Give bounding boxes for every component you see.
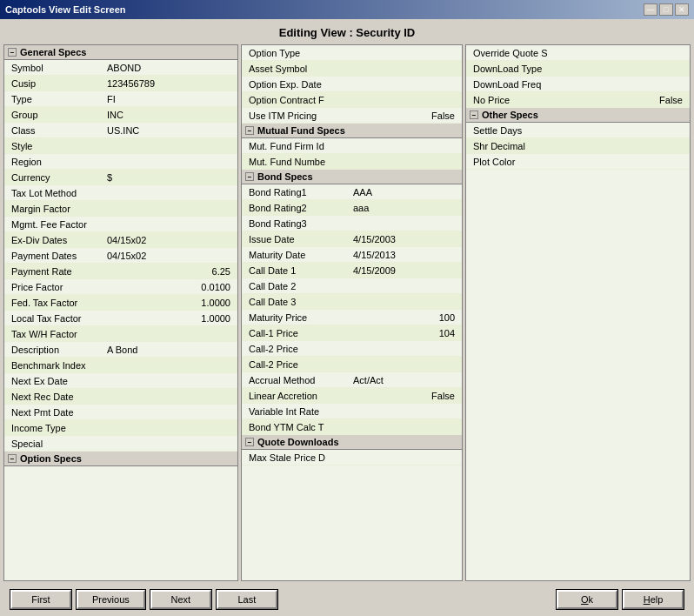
other-specs-header[interactable]: − Other Specs: [466, 108, 690, 123]
field-label: Tax W/H Factor: [11, 329, 107, 339]
field-value: False: [353, 110, 458, 121]
table-row: Local Tax Factor1.0000: [4, 311, 237, 326]
close-button[interactable]: ✕: [675, 3, 689, 16]
middle-panel: Option TypeAsset SymbolOption Exp. DateO…: [241, 44, 463, 581]
collapse-option-specs[interactable]: −: [8, 454, 17, 463]
field-label: Maturity Price: [249, 312, 353, 323]
field-value: $: [107, 172, 234, 183]
minimize-button[interactable]: —: [644, 3, 657, 16]
field-label: Payment Rate: [11, 266, 107, 277]
field-label: Type: [11, 94, 107, 104]
collapse-other-specs[interactable]: −: [470, 110, 478, 119]
window-controls[interactable]: — □ ✕: [644, 3, 689, 16]
option-specs-header[interactable]: − Option Specs: [4, 452, 237, 466]
field-label: Shr Decimal: [473, 141, 577, 151]
last-button[interactable]: Last: [217, 590, 277, 609]
table-row: Fed. Tax Factor1.0000: [4, 295, 237, 311]
field-label: Local Tax Factor: [11, 313, 107, 324]
option-specs-label: Option Specs: [20, 453, 82, 464]
table-row: Ex-Div Dates04/15x02: [4, 232, 237, 248]
field-label: Income Type: [11, 423, 107, 433]
field-label: Price Factor: [11, 282, 107, 292]
field-label: DownLoad Freq: [473, 79, 577, 90]
field-value: ABOND: [107, 63, 234, 73]
table-row: DownLoad Type: [466, 61, 690, 77]
table-row: Use ITM PricingFalse: [242, 108, 462, 124]
table-row: Currency$: [4, 170, 237, 185]
window-body: Editing View : Security ID − General Spe…: [0, 19, 694, 616]
field-label: Benchmark Index: [11, 360, 107, 371]
field-label: Region: [11, 157, 107, 167]
field-label: Mgmt. Fee Factor: [11, 219, 107, 230]
edit-title: Editing View : Security ID: [3, 23, 691, 44]
ok-button[interactable]: Ok: [557, 590, 617, 609]
field-label: Option Type: [249, 48, 353, 58]
table-row: Bond Rating1AAA: [242, 184, 462, 200]
next-button[interactable]: Next: [150, 590, 211, 609]
table-row: Option Exp. Date: [242, 77, 462, 92]
bond-specs-header[interactable]: − Bond Specs: [242, 170, 462, 184]
field-value: A Bond: [107, 345, 234, 355]
ok-label: k: [589, 594, 594, 605]
field-label: No Price: [473, 95, 577, 105]
field-label: Mut. Fund Numbe: [249, 157, 353, 167]
field-label: Next Pmt Date: [11, 407, 107, 418]
collapse-general-specs[interactable]: −: [8, 48, 17, 57]
table-row: Bond YTM Calc T: [242, 419, 462, 435]
field-value: 4/15/2003: [353, 234, 458, 244]
table-row: Next Pmt Date: [4, 405, 237, 420]
field-label: Call Date 1: [249, 265, 353, 276]
window-title: Captools View Edit Screen: [5, 4, 126, 15]
help-button[interactable]: Help: [623, 590, 684, 609]
table-row: Plot Color: [466, 154, 690, 170]
bond-fields: Bond Rating1AAABond Rating2aaaBond Ratin…: [242, 184, 462, 435]
collapse-bond-specs[interactable]: −: [245, 172, 254, 181]
field-value: 100: [353, 312, 458, 323]
right-top-fields: Override Quote SDownLoad TypeDownLoad Fr…: [466, 45, 690, 108]
collapse-quote-downloads[interactable]: −: [245, 438, 254, 446]
field-label: Margin Factor: [11, 204, 107, 214]
field-value: 123456789: [107, 78, 234, 89]
table-row: Mut. Fund Firm Id: [242, 138, 462, 154]
field-label: Variable Int Rate: [249, 406, 353, 417]
first-button[interactable]: First: [10, 590, 71, 609]
previous-button[interactable]: Previous: [77, 590, 145, 609]
field-label: DownLoad Type: [473, 64, 577, 74]
field-label: Call-2 Price: [249, 344, 353, 354]
other-specs-label: Other Specs: [482, 110, 538, 120]
field-value: 4/15/2013: [353, 250, 458, 260]
field-label: Ex-Div Dates: [11, 235, 107, 245]
table-row: Call-1 Price104: [242, 325, 462, 341]
field-label: Max Stale Price D: [249, 452, 353, 463]
collapse-mutual-fund[interactable]: −: [245, 126, 254, 135]
table-row: Special: [4, 436, 237, 452]
mutual-fund-header[interactable]: − Mutual Fund Specs: [242, 124, 462, 138]
footer-left-buttons: First Previous Next Last: [10, 590, 277, 609]
field-label: Bond Rating2: [249, 203, 353, 213]
table-row: Call Date 2: [242, 278, 462, 294]
table-row: Bond Rating2aaa: [242, 200, 462, 216]
mutual-fund-label: Mutual Fund Specs: [257, 125, 345, 136]
field-value: aaa: [353, 203, 458, 213]
quote-downloads-label: Quote Downloads: [257, 437, 339, 447]
field-value: 0.0100: [107, 282, 234, 292]
other-fields: Settle DaysShr DecimalPlot Color: [466, 123, 690, 170]
bond-specs-label: Bond Specs: [257, 171, 313, 182]
table-row: Call-2 Price: [242, 341, 462, 357]
table-row: Call Date 14/15/2009: [242, 263, 462, 278]
field-label: Asset Symbol: [249, 64, 353, 74]
title-bar: Captools View Edit Screen — □ ✕: [0, 0, 694, 19]
table-row: DownLoad Freq: [466, 77, 690, 92]
table-row: Margin Factor: [4, 201, 237, 217]
field-label: Payment Dates: [11, 251, 107, 261]
table-row: Maturity Price100: [242, 310, 462, 325]
field-label: Maturity Date: [249, 250, 353, 260]
table-row: Call-2 Price: [242, 357, 462, 372]
maximize-button[interactable]: □: [659, 3, 673, 16]
table-row: Cusip123456789: [4, 76, 237, 91]
quote-downloads-header[interactable]: − Quote Downloads: [242, 435, 462, 450]
field-label: Call-1 Price: [249, 328, 353, 338]
table-row: No PriceFalse: [466, 92, 690, 108]
right-panel: Override Quote SDownLoad TypeDownLoad Fr…: [465, 44, 691, 581]
general-specs-header[interactable]: − General Specs: [4, 45, 237, 60]
